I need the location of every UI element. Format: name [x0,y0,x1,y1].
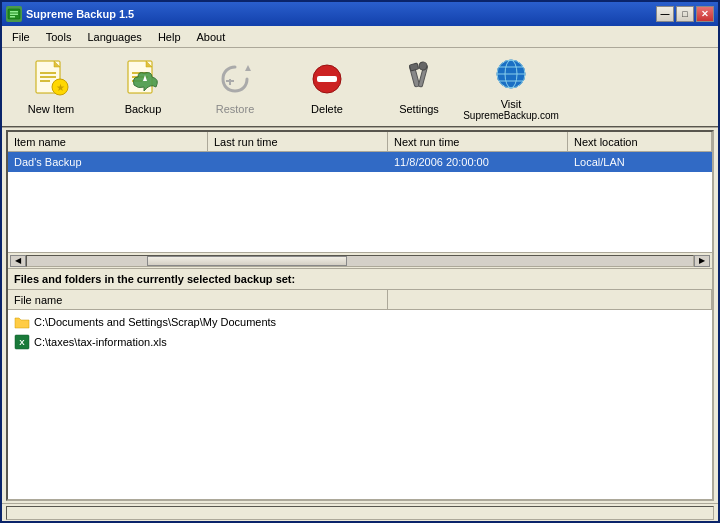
file-path: C:\taxes\tax-information.xls [34,336,167,348]
scrollbar-track[interactable] [26,255,694,267]
svg-rect-1 [10,11,18,13]
svg-rect-2 [10,14,18,16]
svg-marker-15 [245,65,251,71]
svg-text:X: X [19,338,25,347]
files-col-header-name: File name [8,290,388,309]
excel-icon: X [14,334,30,350]
delete-label: Delete [311,103,343,115]
list-item[interactable]: X C:\taxes\tax-information.xls [8,332,712,352]
visit-label: Visit SupremeBackup.com [463,98,559,121]
col-header-name: Item name [8,132,208,151]
settings-button[interactable]: Settings [374,51,464,123]
menu-languages[interactable]: Languages [79,29,149,45]
row-name: Dad's Backup [8,154,208,170]
col-header-next-run: Next run time [388,132,568,151]
visit-icon [491,54,531,94]
svg-rect-21 [409,63,418,71]
new-item-label: New Item [28,103,74,115]
files-col-header-extra [388,290,712,309]
menu-tools[interactable]: Tools [38,29,80,45]
restore-button[interactable]: Restore [190,51,280,123]
row-next-loc: Local/LAN [568,154,712,170]
main-content: Item name Last run time Next run time Ne… [6,130,714,501]
title-bar-buttons: — □ ✕ [656,6,714,22]
scrollbar-thumb[interactable] [147,256,347,266]
row-last-run [208,160,388,164]
horizontal-scrollbar-area: ◀ ▶ [8,252,712,268]
window-title: Supreme Backup 1.5 [26,8,134,20]
main-window: Supreme Backup 1.5 — □ ✕ File Tools Lang… [0,0,720,523]
visit-button[interactable]: Visit SupremeBackup.com [466,51,556,123]
backup-icon [123,59,163,99]
folder-icon [14,314,30,330]
app-icon [6,6,22,22]
files-body: C:\Documents and Settings\Scrap\My Docum… [8,310,712,354]
menu-file[interactable]: File [4,29,38,45]
status-bar [2,503,718,521]
status-panel [6,506,714,520]
backup-list-body: Dad's Backup 11/8/2006 20:00:00 Local/LA… [8,152,712,252]
svg-rect-3 [10,16,15,18]
scroll-left-button[interactable]: ◀ [10,255,26,267]
backup-label: Backup [125,103,162,115]
file-path: C:\Documents and Settings\Scrap\My Docum… [34,316,276,328]
menu-bar: File Tools Languages Help About [2,26,718,48]
files-list-header: File name [8,290,712,310]
new-item-button[interactable]: ★ New Item [6,51,96,123]
settings-label: Settings [399,103,439,115]
toolbar: ★ New Item Backup [2,48,718,128]
title-bar: Supreme Backup 1.5 — □ ✕ [2,2,718,26]
restore-icon [215,59,255,99]
delete-button[interactable]: Delete [282,51,372,123]
new-item-icon: ★ [31,59,71,99]
delete-icon [307,59,347,99]
svg-rect-19 [317,76,337,82]
restore-label: Restore [216,103,255,115]
svg-text:★: ★ [56,82,65,93]
files-list: File name C:\Documents and Settings\Scra… [8,290,712,499]
row-next-run: 11/8/2006 20:00:00 [388,154,568,170]
menu-about[interactable]: About [189,29,234,45]
table-row[interactable]: Dad's Backup 11/8/2006 20:00:00 Local/LA… [8,152,712,172]
maximize-button[interactable]: □ [676,6,694,22]
settings-icon [399,59,439,99]
scroll-right-button[interactable]: ▶ [694,255,710,267]
minimize-button[interactable]: — [656,6,674,22]
backup-button[interactable]: Backup [98,51,188,123]
backup-list-header: Item name Last run time Next run time Ne… [8,132,712,152]
col-header-last-run: Last run time [208,132,388,151]
title-bar-left: Supreme Backup 1.5 [6,6,134,22]
menu-help[interactable]: Help [150,29,189,45]
close-button[interactable]: ✕ [696,6,714,22]
col-header-next-loc: Next location [568,132,712,151]
files-section-label: Files and folders in the currently selec… [8,268,712,290]
list-item[interactable]: C:\Documents and Settings\Scrap\My Docum… [8,312,712,332]
